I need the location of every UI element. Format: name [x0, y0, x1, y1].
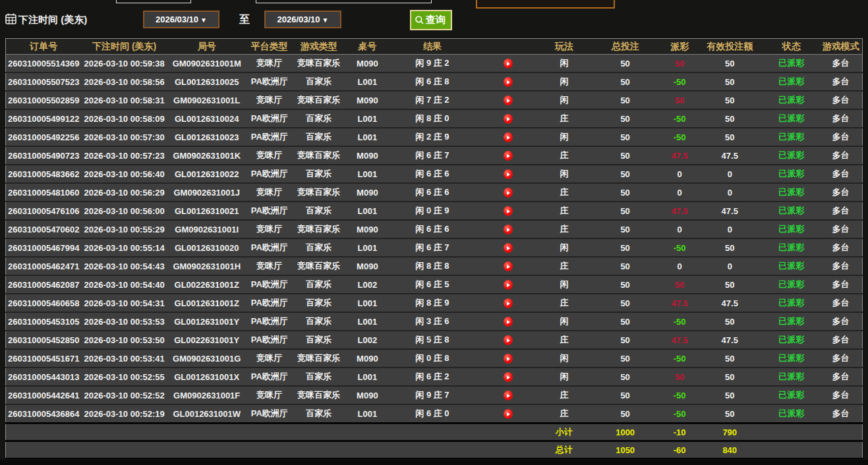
col-header-video — [475, 39, 541, 55]
cell-order: 260310005514369 — [6, 55, 82, 73]
cell-order: 260310005476106 — [6, 202, 82, 220]
cell-video — [475, 146, 541, 165]
cell-platform: PA欧洲厅 — [246, 202, 293, 220]
cell-platform: PA欧洲厅 — [246, 275, 293, 294]
play-video-icon[interactable] — [504, 298, 513, 308]
cell-game: 百家乐 — [293, 72, 345, 91]
play-triangle — [507, 246, 510, 250]
cell-status: 已派彩 — [763, 165, 819, 183]
cell-round: GL00126310020 — [167, 238, 246, 257]
play-video-icon[interactable] — [504, 409, 513, 419]
cell-mode: 多台 — [819, 55, 862, 73]
play-video-icon[interactable] — [504, 206, 513, 216]
cell-status: 已派彩 — [763, 128, 819, 146]
play-video-icon[interactable] — [504, 372, 513, 382]
cell-status: 已派彩 — [763, 183, 819, 202]
subtotal-empty — [763, 424, 819, 441]
cell-play: 闲 — [541, 91, 587, 109]
cell-time: 2026-03-10 00:59:38 — [82, 55, 167, 73]
cell-play: 闲 — [541, 55, 587, 73]
cell-result: 闲 6 庄 7 — [390, 238, 475, 257]
cell-platform: PA欧洲厅 — [246, 238, 293, 257]
cell-time: 2026-03-10 00:54:31 — [82, 294, 167, 312]
date-from-select[interactable]: 2026/03/10▼ — [143, 11, 219, 28]
play-video-icon[interactable] — [504, 243, 513, 253]
play-video-icon[interactable] — [504, 335, 513, 345]
cell-mode: 多台 — [819, 183, 862, 202]
total-label: 总计 — [541, 441, 587, 459]
play-video-icon[interactable] — [504, 114, 513, 124]
cell-round: GM0902631001L — [167, 91, 246, 109]
cell-play: 庄 — [541, 109, 587, 128]
cell-order: 260310005462087 — [6, 275, 82, 294]
cell-valid: 50 — [696, 128, 763, 146]
play-video-icon[interactable] — [504, 317, 513, 327]
cell-bet: 50 — [587, 349, 663, 368]
cell-play: 闲 — [541, 312, 587, 331]
cell-result: 闲 6 庄 6 — [390, 165, 475, 183]
play-video-icon[interactable] — [504, 280, 513, 290]
cell-payout: 0 — [663, 257, 696, 275]
cell-platform: 竞咪厅 — [246, 349, 293, 368]
table-row: 260310005453105 2026-03-10 00:53:53 GL00… — [6, 312, 863, 331]
cell-game: 竞咪百家乐 — [293, 91, 345, 109]
cell-valid: 50 — [696, 55, 763, 73]
cell-bet: 50 — [587, 91, 663, 109]
cell-video — [475, 368, 541, 386]
cell-payout: -50 — [663, 404, 696, 424]
cell-round: GL00126310022 — [167, 165, 246, 183]
play-video-icon[interactable] — [504, 151, 513, 161]
table-row: 260310005442641 2026-03-10 00:52:52 GM09… — [6, 386, 863, 404]
cell-valid: 50 — [696, 312, 763, 331]
play-triangle — [507, 154, 510, 158]
cell-platform: PA欧洲厅 — [246, 128, 293, 146]
cell-play: 庄 — [541, 294, 587, 312]
play-video-icon[interactable] — [504, 188, 513, 198]
cell-valid: 50 — [696, 404, 763, 424]
play-video-icon[interactable] — [504, 96, 513, 105]
table-row: 260310005470602 2026-03-10 00:55:29 GM09… — [6, 220, 863, 238]
cell-round: GM0902631001F — [167, 386, 246, 404]
cell-game: 百家乐 — [293, 312, 345, 331]
cell-game: 百家乐 — [293, 368, 345, 386]
play-video-icon[interactable] — [504, 169, 513, 179]
cell-valid: 50 — [696, 109, 763, 128]
play-triangle — [507, 357, 510, 361]
cell-order: 260310005490723 — [6, 146, 82, 165]
play-video-icon[interactable] — [504, 225, 513, 234]
col-header-mode: 游戏模式 — [819, 39, 862, 55]
play-triangle — [507, 136, 510, 140]
cell-mode: 多台 — [819, 368, 862, 386]
cell-mode: 多台 — [819, 202, 862, 220]
cell-result: 闲 0 庄 8 — [390, 349, 475, 368]
play-video-icon[interactable] — [504, 132, 513, 142]
cell-play: 闲 — [541, 128, 587, 146]
subtotal-payout: -10 — [663, 424, 696, 441]
play-video-icon[interactable] — [504, 77, 513, 87]
table-row: 260310005460658 2026-03-10 00:54:31 GL00… — [6, 294, 863, 312]
cell-round: GL00126310025 — [167, 72, 246, 91]
query-button[interactable]: 查询 — [410, 10, 452, 30]
cell-video — [475, 257, 541, 275]
cell-valid: 47.5 — [696, 146, 763, 165]
cell-time: 2026-03-10 00:54:43 — [82, 257, 167, 275]
cell-time: 2026-03-10 00:55:29 — [82, 220, 167, 238]
cell-mode: 多台 — [819, 294, 862, 312]
cell-mode: 多台 — [819, 257, 862, 275]
cell-order: 260310005481060 — [6, 183, 82, 202]
play-video-icon[interactable] — [504, 59, 513, 68]
cell-time: 2026-03-10 00:52:52 — [82, 386, 167, 404]
cell-video — [475, 238, 541, 257]
cell-payout: -50 — [663, 128, 696, 146]
play-video-icon[interactable] — [504, 354, 513, 364]
date-to-select[interactable]: 2026/03/10▼ — [264, 11, 341, 28]
play-triangle — [507, 191, 510, 195]
cell-game: 百家乐 — [293, 275, 345, 294]
cell-game: 竞咪百家乐 — [293, 349, 345, 368]
cell-time: 2026-03-10 00:57:30 — [82, 128, 167, 146]
cell-valid: 47.5 — [696, 294, 763, 312]
cell-bet: 50 — [587, 238, 663, 257]
play-video-icon[interactable] — [504, 391, 513, 400]
cell-round: GL0012631001X — [167, 368, 246, 386]
play-video-icon[interactable] — [504, 261, 513, 271]
